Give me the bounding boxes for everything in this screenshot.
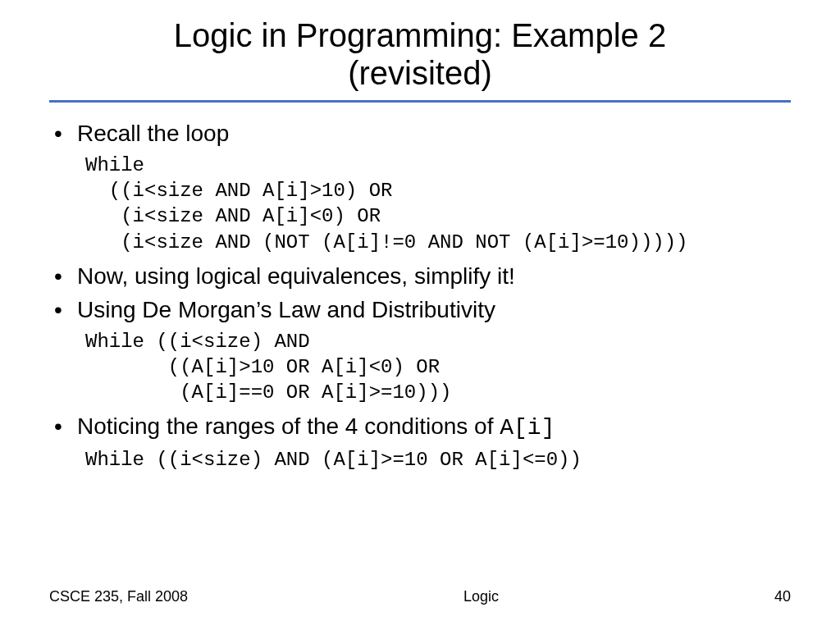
footer-right: 40 <box>774 588 791 605</box>
code-block-3: While ((i<size) AND (A[i]>=10 OR A[i]<=0… <box>85 447 791 472</box>
title-line-2: (revisited) <box>348 55 492 91</box>
title-line-1: Logic in Programming: Example 2 <box>174 17 666 53</box>
footer: CSCE 235, Fall 2008 Logic 40 <box>0 588 840 605</box>
slide: Logic in Programming: Example 2 (revisit… <box>0 0 840 630</box>
bullet-recall: Recall the loop <box>57 119 791 148</box>
bullet-ranges-code: A[i] <box>500 415 555 441</box>
footer-left: CSCE 235, Fall 2008 <box>49 588 188 605</box>
bullet-ranges-text: Noticing the ranges of the 4 conditions … <box>77 413 500 439</box>
bullet-demorgan: Using De Morgan’s Law and Distributivity <box>57 295 791 324</box>
footer-center: Logic <box>463 588 499 605</box>
code-block-1: While ((i<size AND A[i]>10) OR (i<size A… <box>85 153 791 255</box>
content-list: Recall the loop While ((i<size AND A[i]>… <box>49 119 791 473</box>
title-rule <box>49 100 791 103</box>
bullet-ranges: Noticing the ranges of the 4 conditions … <box>57 412 791 442</box>
code-block-2: While ((i<size) AND ((A[i]>10 OR A[i]<0)… <box>85 329 791 406</box>
slide-title: Logic in Programming: Example 2 (revisit… <box>49 16 791 92</box>
bullet-simplify: Now, using logical equivalences, simplif… <box>57 262 791 290</box>
